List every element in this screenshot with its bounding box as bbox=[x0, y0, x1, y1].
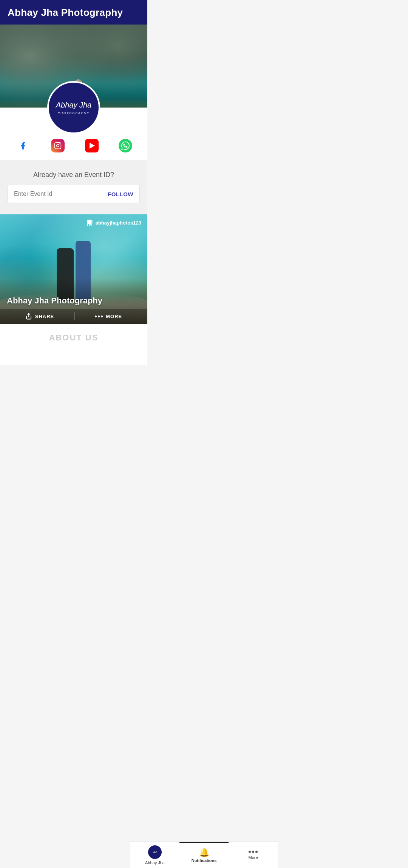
bottom-nav: AJ Abhay Jha 🔔 Notifications More bbox=[130, 842, 147, 868]
follow-button[interactable]: FOLLOW bbox=[102, 185, 139, 203]
app-header: Abhay Jha Photography bbox=[0, 0, 147, 25]
profile-section: Abhay Jha PHOTOGRAPHY bbox=[0, 108, 147, 160]
share-icon bbox=[25, 313, 32, 320]
svg-point-2 bbox=[59, 144, 60, 145]
card-actions: SHARE MORE bbox=[0, 309, 147, 324]
svg-point-1 bbox=[57, 145, 59, 147]
nav-item-abhay-jha[interactable]: AJ Abhay Jha bbox=[130, 842, 147, 868]
nav-label-abhay-jha: Abhay Jha bbox=[145, 860, 147, 865]
youtube-icon[interactable] bbox=[85, 139, 99, 152]
whatsapp-icon[interactable] bbox=[119, 139, 132, 152]
event-id-input[interactable] bbox=[8, 185, 102, 203]
youtube-play-icon bbox=[90, 143, 95, 149]
more-dots-icon bbox=[95, 315, 103, 317]
instagram-icon[interactable] bbox=[51, 139, 65, 152]
card-divider bbox=[74, 312, 75, 320]
app-title: Abhay Jha Photography bbox=[8, 7, 140, 18]
more-label: MORE bbox=[106, 314, 122, 319]
profile-logo[interactable]: Abhay Jha PHOTOGRAPHY bbox=[47, 81, 100, 134]
profile-photography-label: PHOTOGRAPHY bbox=[56, 111, 92, 115]
profile-script-name: Abhay Jha bbox=[56, 100, 92, 110]
profile-logo-text: Abhay Jha PHOTOGRAPHY bbox=[52, 96, 96, 119]
card-username: abhayjhaphotos123 bbox=[87, 220, 141, 226]
svg-rect-0 bbox=[55, 143, 61, 149]
facebook-icon[interactable] bbox=[15, 138, 31, 154]
event-input-row: FOLLOW bbox=[8, 185, 140, 203]
username-text: abhayjhaphotos123 bbox=[96, 220, 141, 226]
more-button[interactable]: MORE bbox=[95, 314, 122, 319]
about-title: ABOUT US bbox=[8, 333, 140, 343]
card-title: Abhay Jha Photography bbox=[7, 296, 102, 306]
event-section-title: Already have an Event ID? bbox=[8, 171, 140, 179]
event-section: Already have an Event ID? FOLLOW bbox=[0, 160, 147, 214]
barcode-icon bbox=[87, 220, 93, 226]
share-label: SHARE bbox=[35, 314, 54, 319]
photo-card: abhayjhaphotos123 Abhay Jha Photography … bbox=[0, 214, 147, 324]
about-section: ABOUT US bbox=[0, 324, 147, 365]
share-button[interactable]: SHARE bbox=[25, 313, 54, 320]
